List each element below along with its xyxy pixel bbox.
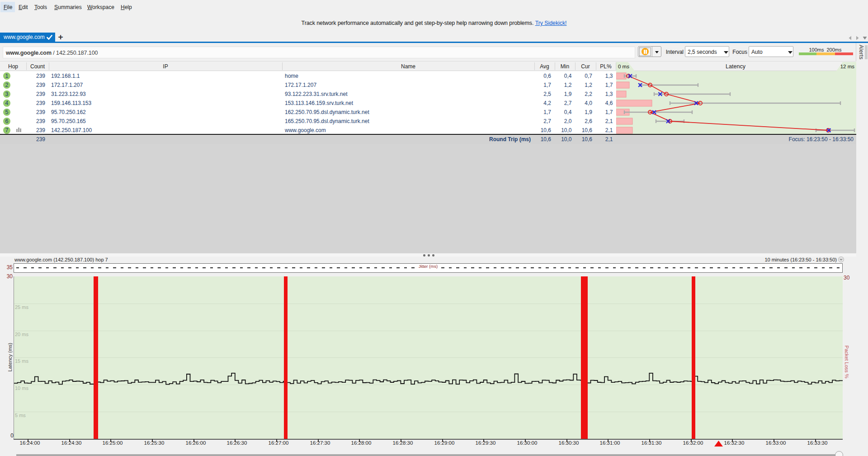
svg-text:0 ms: 0 ms xyxy=(618,64,629,69)
svg-text:12 ms: 12 ms xyxy=(840,64,855,69)
